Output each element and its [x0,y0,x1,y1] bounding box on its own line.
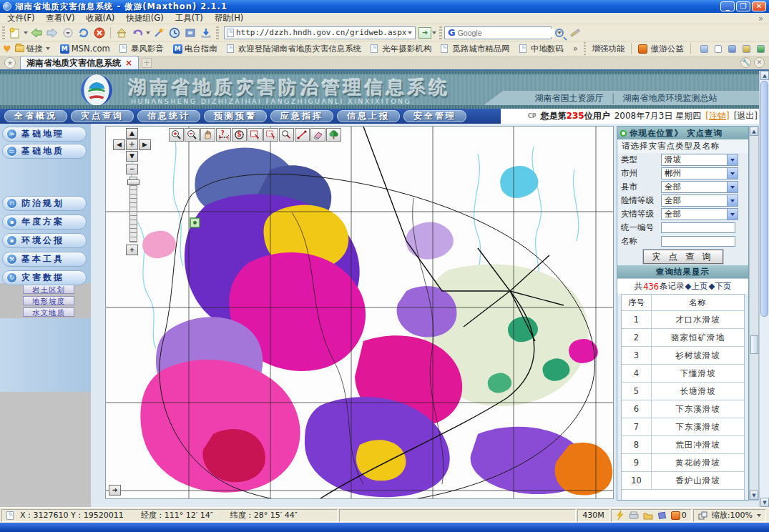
sidebar-item-base-geology[interactable]: ▭ 基础地质 [2,144,87,159]
pan-down-button[interactable]: ▼ [126,151,138,162]
link-photo[interactable]: 光年摄影机构 [371,44,431,54]
sidebar-subitem-rock-zoning[interactable]: 岩土区划 [23,285,74,294]
nav-tab-statistics[interactable]: 信息统计 [137,110,200,122]
next-page-link[interactable]: ◆下页 [708,281,731,292]
scroll-down-icon[interactable]: ▼ [750,491,758,500]
pan-left-button[interactable]: ◀ [113,139,125,150]
chevron-down-icon[interactable] [727,195,738,206]
sidebar-item-basic-tools[interactable]: ⚒ 基本工具 [2,252,87,267]
sidebar-item-base-geography[interactable]: ≫ 基础地理 [2,127,87,142]
full-extent-icon[interactable]: S [232,128,247,142]
links-folder[interactable]: 链接 [15,44,51,54]
copy-icon[interactable] [728,45,736,53]
measure-distance-icon[interactable]: ? [216,128,231,142]
zoom-slider-handle[interactable] [127,179,139,185]
table-row[interactable]: 1才口水滑坡 [622,311,744,329]
lightning-icon[interactable] [616,511,624,520]
map-viewport[interactable]: ? S ▲ ◀ ✛ ▶ ▼ − + ➜ [105,126,614,499]
brush-icon[interactable] [743,45,750,53]
pan-right-button[interactable]: ▶ [139,139,151,150]
link-geo-monitoring[interactable]: 湖南省地质环境监测总站 [623,92,717,104]
table-row[interactable]: 2骆家恒矿滑地 [622,329,744,347]
chevron-down-icon[interactable] [727,209,738,220]
maxthon-charity-link[interactable]: 傲游公益 [651,44,684,54]
menu-tools[interactable]: 工具(T) [175,13,203,24]
scroll-up-icon[interactable]: ▲ [760,71,769,80]
sidebar-item-disaster-data[interactable]: ↻ 灾害数据 [2,270,87,285]
sidebar-item-prevention-plan[interactable]: ⊓ 防治规划 [2,196,87,211]
scroll-thumb[interactable] [760,81,768,317]
monitor-icon[interactable] [700,45,708,53]
wrench-icon[interactable]: 🔧 [740,57,751,68]
search-box[interactable]: G [444,26,552,39]
nav-tab-overview[interactable]: 全省概况 [4,110,67,122]
sidebar-item-env-bulletin[interactable]: ▪ 环境公报 [2,233,87,248]
printer-icon[interactable] [629,511,639,520]
eraser-icon[interactable] [310,128,325,142]
pan-hand-icon[interactable] [200,128,215,142]
go-button[interactable]: ➜ [418,27,431,39]
grid-icon[interactable] [757,45,765,53]
window-panels-icon[interactable] [182,26,198,40]
chevron-down-icon[interactable] [727,168,738,179]
chevron-down-icon[interactable] [727,182,738,192]
url-input[interactable] [236,28,407,37]
table-row[interactable]: 5长塘滑坡 [622,383,744,400]
minimize-button[interactable]: _ [720,1,735,11]
pan-up-button[interactable]: ▲ [126,128,138,139]
zoom-in-icon[interactable] [169,128,184,142]
menu-file[interactable]: 文件(F) [7,13,35,24]
link-zhongdi[interactable]: 中地数码 [519,44,564,54]
nav-tab-report[interactable]: 信息上报 [337,110,400,122]
link-msn[interactable]: MMSN.com [60,44,110,54]
menu-help[interactable]: 帮助(H) [215,13,244,24]
select-box-icon[interactable] [263,128,278,142]
close-all-icon[interactable]: ✕ [754,57,765,68]
folder-icon[interactable] [643,511,653,520]
zoom-out-icon[interactable] [185,128,200,142]
risk-level-select[interactable]: 全部 [661,194,738,207]
table-row[interactable]: 6下东溪滑坡 [622,400,744,418]
favorites-heart-icon[interactable]: ♥ [3,44,11,54]
forward-icon[interactable] [44,26,60,40]
search-icon[interactable] [552,26,567,40]
menu-favorites[interactable]: 收藏(A) [86,13,114,24]
zoom-cell[interactable]: 缩放:100% [693,509,766,522]
tab-close-icon[interactable]: × [125,58,132,68]
highlight-icon[interactable] [567,26,583,40]
type-select[interactable]: 滑坡 [661,154,738,166]
new-page-dropdown-icon[interactable] [24,31,28,36]
legend-tree-icon[interactable] [326,128,341,142]
close-button[interactable]: ✕ [752,1,766,11]
panel-scrollbar[interactable]: ▲ ▼ [749,126,759,501]
nav-tab-security[interactable]: 安全管理 [403,110,466,122]
menu-view[interactable]: 查看(V) [46,13,75,24]
disaster-query-button[interactable]: 灾 点 查 询 [643,250,723,264]
nav-tab-disaster-query[interactable]: 灾点查询 [71,110,134,122]
back-icon[interactable] [29,26,44,40]
chevron-down-icon[interactable] [757,514,761,519]
download-icon[interactable] [198,26,214,40]
table-row[interactable]: 4下懂滑坡 [622,365,744,383]
nav-tab-emergency[interactable]: 应急指挥 [270,110,333,122]
table-row[interactable]: 9黄花岭滑坡 [622,454,744,472]
exit-link[interactable]: [退出] [734,110,758,122]
table-row[interactable]: 8荒田冲滑坡 [622,436,744,454]
table-row[interactable]: 3衫树坡滑坡 [622,347,744,365]
url-dropdown-icon[interactable] [408,31,412,36]
search-input[interactable] [458,29,554,37]
browser-scrollbar[interactable]: ▲ ▼ [759,71,769,507]
magic-wand-icon[interactable] [151,26,167,40]
new-tab-icon[interactable]: + [142,58,152,68]
link-radio[interactable]: M电台指南 [173,44,217,54]
prev-page-link[interactable]: ◆上页 [685,281,708,292]
refresh-icon[interactable] [76,26,92,40]
unified-id-input[interactable] [661,222,735,233]
zoom-box-icon[interactable] [248,128,263,142]
tab-active[interactable]: 湖南省地质灾害信息系统 × [20,56,139,69]
scroll-up-icon[interactable]: ▲ [750,127,758,136]
link-baofeng[interactable]: 暴风影音 [119,44,164,54]
nav-tab-forecast[interactable]: 预测预警 [204,110,267,122]
menu-groups[interactable]: 快捷组(G) [126,13,163,24]
link-welcome[interactable]: 欢迎登陆湖南省地质灾害信息系统 [227,44,362,54]
